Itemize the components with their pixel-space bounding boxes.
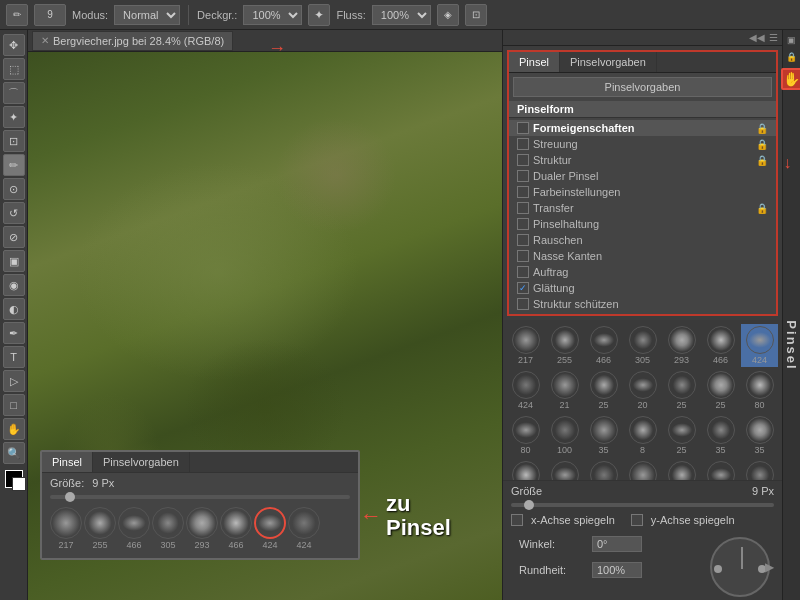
brush-thumb-4[interactable]: 293 [663,324,700,367]
brush-thumb-24[interactable]: 23 [624,459,661,480]
tablet-icon[interactable]: ⊡ [465,4,487,26]
winkel-input[interactable] [592,536,642,552]
brush-thumb-18[interactable]: 25 [663,414,700,457]
brush-tool[interactable]: ✏ [3,154,25,176]
pinsel-item-1[interactable]: Streuung🔒 [509,136,776,152]
pinsel-checkbox-2[interactable] [517,154,529,166]
gradient-tool[interactable]: ▣ [3,250,25,272]
popup-tab-pinsel[interactable]: Pinsel [42,452,93,472]
pinsel-checkbox-5[interactable] [517,202,529,214]
brush-thumb-21[interactable]: 25 [507,459,544,480]
pinsel-checkbox-1[interactable] [517,138,529,150]
pinsel-item-2[interactable]: Struktur🔒 [509,152,776,168]
brush-thumb-1[interactable]: 255 [546,324,583,367]
brush-thumb-9[interactable]: 25 [585,369,622,412]
pinsel-item-4[interactable]: Farbeinstellungen [509,184,776,200]
rs-hand-button[interactable]: ✋ [781,68,801,90]
popup-thumb-3[interactable]: 305 [152,507,184,550]
x-achse-checkbox[interactable] [511,514,523,526]
popup-thumb-4[interactable]: 293 [186,507,218,550]
popup-thumb-2[interactable]: 466 [118,507,150,550]
brush-thumb-8[interactable]: 21 [546,369,583,412]
brush-thumb-15[interactable]: 100 [546,414,583,457]
airbrush-icon[interactable]: ✦ [308,4,330,26]
size-slider-track[interactable] [511,503,774,507]
brush-thumb-16[interactable]: 35 [585,414,622,457]
panel-expand-icon[interactable]: ◀◀ [749,32,765,43]
pinsel-item-3[interactable]: Dualer Pinsel [509,168,776,184]
brush-thumb-5[interactable]: 466 [702,324,739,367]
pinsel-item-10[interactable]: ✓Glättung [509,280,776,296]
size-input[interactable]: 9 [34,4,66,26]
brush-thumb-19[interactable]: 35 [702,414,739,457]
pinsel-checkbox-0[interactable] [517,122,529,134]
popup-thumb-0[interactable]: 217 [50,507,82,550]
blur-tool[interactable]: ◉ [3,274,25,296]
hand-tool[interactable]: ✋ [3,418,25,440]
pinsel-item-6[interactable]: Pinselhaltung [509,216,776,232]
y-achse-checkbox[interactable] [631,514,643,526]
brush-thumb-0[interactable]: 217 [507,324,544,367]
move-tool[interactable]: ✥ [3,34,25,56]
pinsel-item-7[interactable]: Rauschen [509,232,776,248]
history-tool[interactable]: ↺ [3,202,25,224]
stamp-tool[interactable]: ⊙ [3,178,25,200]
brush-thumb-23[interactable]: 35 [585,459,622,480]
rundheit-input[interactable] [592,562,642,578]
brush-tab-pinselvorgaben[interactable]: Pinselvorgaben [560,52,657,72]
canvas-tab[interactable]: ✕ Bergviecher.jpg bei 28.4% (RGB/8) [32,31,233,51]
shape-tool[interactable]: □ [3,394,25,416]
brush-thumb-26[interactable]: 25 [702,459,739,480]
brush-thumb-3[interactable]: 305 [624,324,661,367]
rs-icon-1[interactable]: ▣ [784,32,800,48]
pinsel-checkbox-7[interactable] [517,234,529,246]
modus-dropdown[interactable]: Normal [114,5,180,25]
crop-tool[interactable]: ⊡ [3,130,25,152]
eraser-tool[interactable]: ⊘ [3,226,25,248]
magic-wand-tool[interactable]: ✦ [3,106,25,128]
zoom-tool[interactable]: 🔍 [3,442,25,464]
pinsel-item-8[interactable]: Nasse Kanten [509,248,776,264]
brush-thumb-2[interactable]: 466 [585,324,622,367]
pinsel-checkbox-9[interactable] [517,266,529,278]
brush-thumb-22[interactable]: 25 [546,459,583,480]
pinsel-checkbox-6[interactable] [517,218,529,230]
pinsel-checkbox-8[interactable] [517,250,529,262]
brush-thumb-25[interactable]: 35 [663,459,700,480]
popup-thumb-7[interactable]: 424 [288,507,320,550]
brush-thumb-17[interactable]: 8 [624,414,661,457]
brush-thumb-10[interactable]: 20 [624,369,661,412]
pinsel-item-9[interactable]: Auftrag [509,264,776,280]
pinsel-item-11[interactable]: Struktur schützen [509,296,776,312]
pinsel-item-5[interactable]: Transfer🔒 [509,200,776,216]
text-tool[interactable]: T [3,346,25,368]
path-select-tool[interactable]: ▷ [3,370,25,392]
dodge-tool[interactable]: ◐ [3,298,25,320]
popup-tab-pinselvorgaben[interactable]: Pinselvorgaben [93,452,190,472]
pinsel-item-0[interactable]: Formeigenschaften🔒 [509,120,776,136]
pinsel-checkbox-4[interactable] [517,186,529,198]
selection-tool[interactable]: ⬚ [3,58,25,80]
pinselvorgaben-button[interactable]: Pinselvorgaben [513,77,772,97]
fluss-dropdown[interactable]: 100% [372,5,431,25]
size-slider-thumb[interactable] [524,500,534,510]
popup-thumb-6[interactable]: 424 [254,507,286,550]
pinsel-checkbox-3[interactable] [517,170,529,182]
brush-thumb-12[interactable]: 25 [702,369,739,412]
pen-tool[interactable]: ✒ [3,322,25,344]
popup-thumb-1[interactable]: 255 [84,507,116,550]
pressure-icon[interactable]: ◈ [437,4,459,26]
popup-slider-thumb[interactable] [65,492,75,502]
brush-thumb-14[interactable]: 80 [507,414,544,457]
panel-menu-icon[interactable]: ☰ [769,32,778,43]
lasso-tool[interactable]: ⌒ [3,82,25,104]
brush-tab-pinsel[interactable]: Pinsel [509,52,560,72]
popup-slider-track[interactable] [50,495,350,499]
tab-close[interactable]: ✕ [41,35,49,46]
brush-thumb-11[interactable]: 25 [663,369,700,412]
brush-thumb-7[interactable]: 424 [507,369,544,412]
pinsel-checkbox-10[interactable]: ✓ [517,282,529,294]
foreground-color[interactable] [5,470,23,488]
deckgrad-dropdown[interactable]: 100% [243,5,302,25]
rs-icon-lock[interactable]: 🔒 [784,49,800,65]
